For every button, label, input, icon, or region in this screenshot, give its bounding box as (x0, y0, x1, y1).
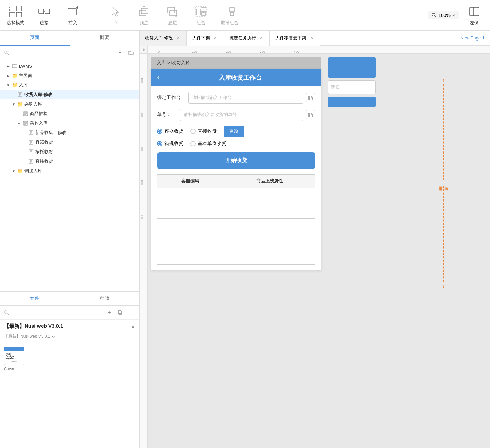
sidebar-add-button[interactable]: + (116, 49, 124, 57)
insert-label: 插入 (68, 20, 77, 26)
tree-item-transfer[interactable]: ▼ 📁 调拨入库 (0, 166, 139, 176)
canvas-tab-cloud-close[interactable]: ✕ (309, 35, 314, 41)
canvas-tabs: 收货入库-修改 ✕ 大件下架 ✕ 拣选任务执行 ✕ 大件零售云下架 ✕ New … (140, 31, 490, 46)
library-subtitle: 【最新】Nusi web V3.0.1 (0, 333, 139, 342)
toolbar-point[interactable]: 点 (105, 5, 126, 26)
canvas-tab-bulk-cloud[interactable]: 大件零售云下架 ✕ (270, 31, 320, 46)
component-search-input[interactable] (12, 310, 102, 315)
tree-label-inbound: 入库 (19, 82, 28, 88)
svg-point-60 (5, 311, 7, 313)
update-button[interactable]: 更改 (224, 126, 244, 137)
connect-label: 连接 (40, 20, 49, 26)
tree-item-inbound[interactable]: ▼ 📁 入库 (0, 80, 139, 90)
svg-point-28 (5, 51, 7, 53)
tree-item-lwms[interactable]: ▶ LWMS (0, 61, 139, 71)
ruler-row: ⊕ 0 100 200 300 400 (140, 46, 490, 54)
radio-direct-label: 直接收货 (198, 128, 217, 134)
left-sidebar: 页面 概要 + ▶ (0, 31, 140, 448)
canvas-tab-receiving-modify[interactable]: 收货入库-修改 ✕ (140, 31, 187, 46)
table-header-container: 容器编码 (157, 175, 224, 188)
workstation-label: 绑定工作台： (157, 95, 185, 101)
canvas-tab-picking-close[interactable]: ✕ (259, 35, 264, 41)
tree-item-direct-receive[interactable]: ▶ 直接收货 (0, 157, 139, 166)
tree-label-new-product: 新品收集—修改 (35, 130, 66, 136)
radio-container-receive[interactable]: 容器收货 (157, 128, 183, 134)
sidebar-tab-pages[interactable]: 页面 (0, 31, 70, 46)
canvas-tab-bulk-shelving[interactable]: 大件下架 ✕ (187, 31, 224, 46)
toolbar-group[interactable]: 组合 (191, 5, 211, 26)
radio-direct-receive[interactable]: 直接收货 (190, 128, 217, 134)
tree-item-pallet-receive[interactable]: ▶ 按托收货 (0, 147, 139, 157)
tree-item-inspection[interactable]: ▶ 商品抽检 (0, 109, 139, 118)
order-scan-icon[interactable] (306, 110, 315, 119)
toolbar-left-side[interactable]: 左侧 (464, 5, 485, 26)
radio-unit-receive[interactable]: 基本单位收货 (190, 141, 226, 147)
component-tab-elements[interactable]: 元件 (0, 292, 70, 305)
left-side-label: 左侧 (470, 20, 479, 26)
nusi-cover-card[interactable]: NusiDesign System V3.0.1 (4, 345, 24, 365)
zoom-dropdown-icon (452, 14, 455, 17)
top-layer-label: 顶层 (140, 20, 148, 26)
library-arrow[interactable]: ▲ (131, 324, 135, 329)
table-cell (157, 249, 224, 265)
component-panel: 元件 母版 + ⋮ (0, 291, 139, 448)
scroll-range-indicator: ↑ 纵向滑动范围 ↓ (438, 78, 449, 289)
nusi-card-header (4, 347, 24, 351)
tree-label-pallet: 按托收货 (35, 149, 53, 155)
toolbar-select-mode[interactable]: 选择模式 (5, 5, 26, 26)
svg-rect-64 (308, 96, 310, 97)
ruler-mark-0: 0 (158, 50, 160, 53)
order-input[interactable]: 请扫描或输入要收货的单号 (180, 109, 303, 121)
toolbar-bottom-layer[interactable]: 底层 (162, 5, 183, 26)
toolbar-top-layer[interactable]: 顶层 (134, 5, 154, 26)
svg-rect-0 (10, 6, 15, 11)
tree-label-container: 容器收货 (35, 139, 53, 145)
component-tab-masters[interactable]: 母版 (70, 292, 140, 305)
canvas-tab-bulk-close[interactable]: ✕ (213, 35, 218, 41)
component-search-icon (4, 310, 9, 315)
svg-rect-23 (230, 12, 234, 16)
select-mode-label: 选择模式 (7, 20, 24, 26)
svg-rect-21 (225, 9, 229, 15)
tree-icon-main: 📁 (12, 73, 18, 79)
canvas-tab-picking-task[interactable]: 拣选任务执行 ✕ (224, 31, 270, 46)
ungroup-label: 取消组合 (221, 20, 239, 26)
tree-item-container-receive[interactable]: ▶ 容器收货 (0, 138, 139, 147)
back-button[interactable]: ‹ (157, 73, 159, 82)
component-search-bar: + ⋮ (0, 306, 139, 320)
table-cell (224, 203, 315, 219)
start-receiving-button[interactable]: 开始收货 (157, 152, 315, 169)
component-add-button[interactable]: + (105, 308, 113, 317)
component-more-button[interactable]: ⋮ (127, 308, 135, 317)
sidebar-folder-button[interactable] (127, 49, 135, 57)
radio-unit-label: 基本单位收货 (198, 141, 226, 147)
svg-rect-1 (16, 6, 22, 11)
workstation-input[interactable]: 请扫描或输入工作台 (188, 92, 303, 104)
sidebar-tab-overview[interactable]: 概要 (70, 31, 140, 46)
workstation-scan-icon[interactable] (306, 93, 315, 102)
tree-item-new-product[interactable]: ▶ 新品收集—修改 (0, 128, 139, 138)
canvas-tab-new-page[interactable]: New Page 1 (455, 31, 490, 46)
tree-item-main[interactable]: ▶ 📁 主界面 (0, 71, 139, 80)
tree-item-receiving-modify[interactable]: ▶ 收货入库-修改 (0, 90, 139, 99)
zoom-control[interactable]: 100% (428, 11, 459, 19)
tree-item-purchase[interactable]: ▼ 📁 采购入库 (0, 99, 139, 109)
table-header-goods: 商品正残属性 (224, 175, 315, 188)
canvas-tab-receiving-close[interactable]: ✕ (176, 35, 181, 41)
scroll-line (443, 84, 444, 180)
radio-box-receive[interactable]: 箱规收货 (157, 141, 183, 147)
order-placeholder: 请扫描或输入要收货的单号 (184, 112, 237, 118)
toolbar-insert[interactable]: 插入 (63, 5, 83, 26)
toolbar-connect[interactable]: 连接 (34, 5, 54, 26)
table-cell (157, 234, 224, 249)
tree-item-purchase-inbound[interactable]: ▼ 采购入库 (0, 118, 139, 128)
library-dropdown-icon (51, 335, 55, 339)
sidebar-search-icon (4, 50, 9, 55)
table-cell (224, 249, 315, 265)
component-duplicate-button[interactable] (116, 308, 124, 317)
sidebar-search-input[interactable] (12, 50, 113, 55)
tree-arrow-transfer: ▼ (11, 168, 16, 174)
toolbar-ungroup[interactable]: 取消组合 (219, 5, 240, 26)
left-side-icon (468, 5, 481, 18)
horizontal-ruler: 0 100 200 300 400 (148, 46, 490, 53)
